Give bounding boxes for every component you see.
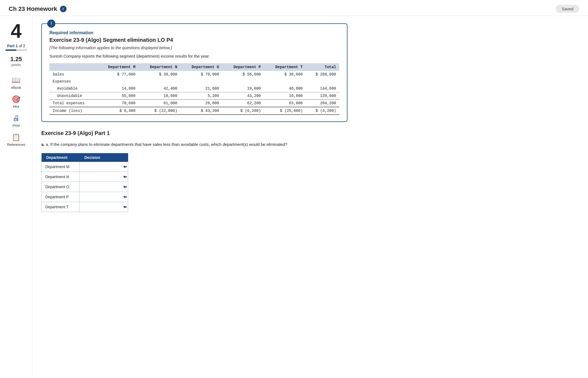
sidebar-tool-ebook[interactable]: 📖 eBook — [11, 76, 21, 90]
exercise-part-title: Exercise 23-9 (Algo) Part 1 — [41, 130, 347, 136]
table-row-avoidable: Avoidable 14,800 42,400 21,600 19,000 46… — [49, 85, 339, 92]
progress-bar — [5, 49, 27, 51]
cell-sales-o: $ 70,000 — [181, 71, 222, 78]
cell-income-n: $ (22,000) — [139, 107, 181, 115]
cell-total-expenses-total: 284,200 — [306, 100, 339, 107]
cell-sales-p: $ 56,000 — [222, 71, 264, 78]
sidebar-tool-print[interactable]: 🖨 Print — [12, 114, 20, 128]
header-title-group: Ch 23 Homework i — [9, 5, 67, 12]
cell-unavoidable-n: 18,600 — [139, 92, 181, 100]
cell-sales-total: $ 280,000 — [306, 71, 339, 78]
cell-dept-n: Department N — [42, 172, 80, 182]
cell-total-expenses-n: 61,000 — [139, 100, 181, 107]
main-content: ! Required information Exercise 23-9 (Al… — [33, 16, 358, 377]
table-row: Department T Eliminate Keep ▼ — [42, 202, 128, 212]
ebook-label: eBook — [11, 86, 21, 90]
table-row: Department N Eliminate Keep ▼ — [42, 172, 128, 182]
exercise-subtitle: [The following information applies to th… — [49, 45, 339, 50]
answer-col-department: Department — [42, 153, 80, 162]
decision-select-n[interactable]: Eliminate Keep — [80, 172, 128, 182]
col-header-dept-m: Department M — [97, 63, 139, 71]
cell-unavoidable-t: 16,800 — [264, 92, 306, 100]
info-box-badge: ! — [47, 20, 55, 28]
cell-unavoidable-label: Unavoidable — [49, 92, 97, 100]
cell-decision-o[interactable]: Eliminate Keep ▼ — [80, 182, 128, 192]
ebook-icon: 📖 — [12, 76, 20, 84]
question-body: a. If the company plans to eliminate dep… — [46, 142, 287, 147]
cell-income-o: $ 43,200 — [181, 107, 222, 115]
cell-decision-m[interactable]: Eliminate Keep ▼ — [80, 162, 128, 172]
part-of: of 2 — [19, 44, 25, 48]
cell-total-expenses-t: 63,600 — [264, 100, 306, 107]
cell-dept-p: Department P — [42, 192, 80, 202]
sidebar: 4 Part 1 of 2 1.25 points 📖 eBook 🎯 Hint… — [0, 16, 33, 377]
col-header-dept-p: Department P — [222, 63, 264, 71]
cell-avoidable-o: 21,600 — [181, 85, 222, 92]
col-header-dept-o: Department O — [181, 63, 222, 71]
cell-income-m: $ 6,400 — [97, 107, 139, 115]
cell-income-total: $ (4,200) — [306, 107, 339, 115]
answer-table: Department Decision Department M Elimina… — [41, 153, 128, 212]
cell-total-expenses-p: 62,200 — [222, 100, 264, 107]
cell-income-p: $ (6,200) — [222, 107, 264, 115]
cell-avoidable-m: 14,800 — [97, 85, 139, 92]
cell-dept-t: Department T — [42, 202, 80, 212]
references-label: References — [7, 143, 25, 147]
cell-unavoidable-total: 139,600 — [306, 92, 339, 100]
cell-total-expenses-m: 70,600 — [97, 100, 139, 107]
required-info-title: Required information — [49, 30, 339, 35]
sidebar-tool-references[interactable]: 📋 References — [7, 133, 25, 147]
cell-decision-t[interactable]: Eliminate Keep ▼ — [80, 202, 128, 212]
table-row-total-expenses: Total expenses 70,600 61,000 26,800 62,2… — [49, 100, 339, 107]
points-value: 1.25 — [10, 56, 22, 63]
exercise-description: Suresh Company reports the following seg… — [49, 54, 339, 58]
cell-sales-n: $ 39,000 — [139, 71, 181, 78]
part-label: Part 1 — [7, 44, 18, 48]
decision-select-t[interactable]: Eliminate Keep — [80, 202, 128, 212]
cell-unavoidable-m: 55,800 — [97, 92, 139, 100]
print-label: Print — [12, 124, 20, 128]
cell-avoidable-label: Avoidable — [49, 85, 97, 92]
cell-total-expenses-o: 26,800 — [181, 100, 222, 107]
table-row: Department P Eliminate Keep ▼ — [42, 192, 128, 202]
decision-select-m[interactable]: Eliminate Keep — [80, 162, 128, 172]
cell-decision-n[interactable]: Eliminate Keep ▼ — [80, 172, 128, 182]
print-icon: 🖨 — [12, 114, 20, 122]
table-row-income: Income (loss) $ 6,400 $ (22,000) $ 43,20… — [49, 107, 339, 115]
cell-unavoidable-o: 5,200 — [181, 92, 222, 100]
cell-decision-p[interactable]: Eliminate Keep ▼ — [80, 192, 128, 202]
question-number: 4 — [11, 21, 21, 41]
exercise-title: Exercise 23-9 (Algo) Segment elimination… — [49, 37, 339, 43]
progress-bar-fill — [5, 49, 16, 51]
col-header-dept-n: Department N — [139, 63, 181, 71]
hint-icon: 🎯 — [12, 95, 20, 103]
col-header-label — [49, 63, 97, 71]
points-section: 1.25 points — [10, 56, 22, 67]
decision-select-p[interactable]: Eliminate Keep — [80, 192, 128, 202]
page-header: Ch 23 Homework i Saved — [0, 0, 588, 16]
saved-badge: Saved — [556, 5, 579, 13]
cell-avoidable-n: 42,400 — [139, 85, 181, 92]
table-row-expenses-header: Expenses — [49, 78, 339, 85]
answer-col-decision: Decision — [80, 153, 128, 162]
cell-avoidable-p: 19,000 — [222, 85, 264, 92]
page-title: Ch 23 Homework — [9, 5, 57, 12]
cell-income-t: $ (25,600) — [264, 107, 306, 115]
table-row: Department M Eliminate Keep ▼ — [42, 162, 128, 172]
part-info: Part 1 of 2 — [5, 43, 27, 51]
table-row-unavoidable: Unavoidable 55,800 18,600 5,200 43,200 1… — [49, 92, 339, 100]
info-icon[interactable]: i — [60, 6, 67, 12]
cell-dept-o: Department O — [42, 182, 80, 192]
sidebar-tool-hint[interactable]: 🎯 Hint — [12, 95, 20, 109]
decision-select-o[interactable]: Eliminate Keep — [80, 182, 128, 192]
question-text: a. a. If the company plans to eliminate … — [41, 141, 347, 148]
cell-sales-label: Sales — [49, 71, 97, 78]
references-icon: 📋 — [12, 133, 20, 141]
main-layout: 4 Part 1 of 2 1.25 points 📖 eBook 🎯 Hint… — [0, 16, 588, 377]
cell-expenses-label: Expenses — [49, 78, 97, 85]
segment-data-table: Department M Department N Department O D… — [49, 63, 339, 115]
cell-sales-m: $ 77,000 — [97, 71, 139, 78]
col-header-dept-t: Department T — [264, 63, 306, 71]
cell-avoidable-total: 144,600 — [306, 85, 339, 92]
table-row-sales: Sales $ 77,000 $ 39,000 $ 70,000 $ 56,00… — [49, 71, 339, 78]
